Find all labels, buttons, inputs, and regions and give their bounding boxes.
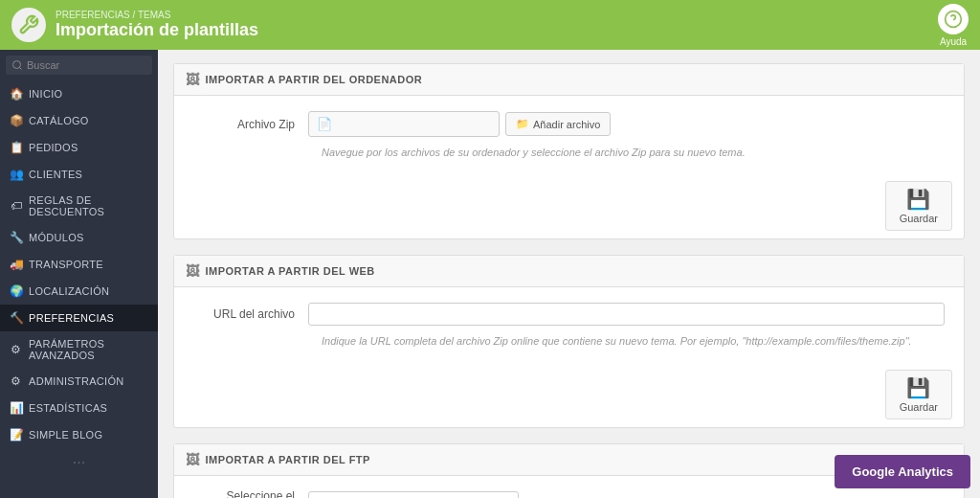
sidebar-item-reglas-descuentos[interactable]: 🏷 REGLAS DE DESCUENTOS bbox=[0, 188, 158, 224]
advanced-icon: ⚙ bbox=[10, 343, 23, 356]
sidebar-item-modulos[interactable]: 🔧 MÓDULOS bbox=[0, 224, 158, 251]
sidebar-item-localizacion[interactable]: 🌍 LOCALIZACIÓN bbox=[0, 278, 158, 305]
google-analytics-button[interactable]: Google Analytics bbox=[835, 455, 970, 488]
svg-point-2 bbox=[13, 61, 21, 69]
sidebar-item-inicio[interactable]: 🏠 INICIO bbox=[0, 80, 158, 107]
help-label: Ayuda bbox=[940, 36, 967, 47]
admin-icon: ⚙ bbox=[10, 374, 23, 388]
floppy-icon: 💾 bbox=[906, 188, 930, 211]
search-bar[interactable] bbox=[6, 56, 152, 75]
ftp-select-wrap[interactable]: - bbox=[308, 491, 945, 498]
sidebar-item-clientes[interactable]: 👥 CLIENTES bbox=[0, 161, 158, 188]
sidebar-item-pedidos[interactable]: 📋 PEDIDOS bbox=[0, 134, 158, 161]
save-computer-button[interactable]: 💾 Guardar bbox=[885, 181, 952, 231]
sidebar-item-transporte[interactable]: 🚚 TRANSPORTE bbox=[0, 251, 158, 278]
sidebar-item-administracion[interactable]: ⚙ ADMINISTRACIÓN bbox=[0, 368, 158, 395]
header-icon bbox=[11, 8, 46, 42]
section-web-body: URL del archivo Indique la URL completa … bbox=[174, 287, 964, 362]
preferences-icon: 🔨 bbox=[10, 311, 23, 325]
clients-icon: 👥 bbox=[10, 168, 23, 181]
sidebar-item-preferencias[interactable]: 🔨 PREFERENCIAS bbox=[0, 305, 158, 331]
main-content: 🖼 IMPORTAR A PARTIR DEL ORDENADOR Archiv… bbox=[158, 50, 980, 498]
search-input[interactable] bbox=[27, 59, 146, 71]
search-icon bbox=[11, 59, 23, 71]
upload-icon: 📁 bbox=[516, 118, 529, 130]
section-from-web: 🖼 IMPORTAR A PARTIR DEL WEB URL del arch… bbox=[173, 255, 965, 428]
zip-label: Archivo Zip bbox=[193, 118, 308, 131]
floppy-icon-web: 💾 bbox=[906, 376, 930, 399]
url-row: URL del archivo bbox=[193, 303, 945, 326]
blog-icon: 📝 bbox=[10, 428, 23, 441]
section-computer-body: Archivo Zip 📄 📁 Añadir archivo Navegue p… bbox=[174, 96, 964, 173]
orders-icon: 📋 bbox=[10, 141, 23, 154]
save-web-wrap: 💾 Guardar bbox=[174, 362, 964, 427]
discounts-icon: 🏷 bbox=[10, 199, 23, 213]
ftp-select-label: Seleccione el archivo bbox=[193, 489, 308, 498]
catalog-icon: 📦 bbox=[10, 114, 23, 127]
modules-icon: 🔧 bbox=[10, 231, 23, 244]
sidebar: 🏠 INICIO 📦 CATÁLOGO 📋 PEDIDOS 👥 CLIENTES… bbox=[0, 50, 158, 498]
doc-icon: 📄 bbox=[317, 117, 332, 131]
zip-file-controls: 📄 📁 Añadir archivo bbox=[308, 111, 945, 137]
ftp-select[interactable]: - bbox=[308, 491, 519, 498]
computer-hint: Navegue por los archivos de su ordenador… bbox=[322, 147, 945, 158]
sidebar-item-catalogo[interactable]: 📦 CATÁLOGO bbox=[0, 107, 158, 134]
ftp-select-row: Seleccione el archivo - bbox=[193, 489, 945, 498]
image-icon: 🖼 bbox=[186, 72, 200, 87]
ftp-image-icon: 🖼 bbox=[186, 452, 200, 467]
sidebar-item-estadisticas[interactable]: 📊 ESTADÍSTICAS bbox=[0, 395, 158, 421]
sidebar-item-simple-blog[interactable]: 📝 SIMPLE BLOG bbox=[0, 421, 158, 448]
transport-icon: 🚚 bbox=[10, 258, 23, 271]
app-header: PREFERENCIAS / TEMAS Importación de plan… bbox=[0, 0, 980, 50]
file-input-display: 📄 bbox=[308, 111, 500, 137]
breadcrumb: PREFERENCIAS / TEMAS bbox=[56, 10, 938, 20]
stats-icon: 📊 bbox=[10, 401, 23, 415]
save-web-button[interactable]: 💾 Guardar bbox=[885, 370, 952, 419]
section-computer-header: 🖼 IMPORTAR A PARTIR DEL ORDENADOR bbox=[174, 64, 964, 96]
help-button[interactable]: Ayuda bbox=[938, 4, 969, 47]
sidebar-more: ··· bbox=[0, 448, 158, 477]
home-icon: 🏠 bbox=[10, 87, 23, 101]
web-image-icon: 🖼 bbox=[186, 263, 200, 279]
help-icon bbox=[938, 4, 969, 34]
url-input-wrap[interactable] bbox=[308, 303, 945, 326]
zip-file-row: Archivo Zip 📄 📁 Añadir archivo bbox=[193, 111, 945, 137]
section-web-header: 🖼 IMPORTAR A PARTIR DEL WEB bbox=[174, 256, 964, 287]
web-hint: Indique la URL completa del archivo Zip … bbox=[322, 335, 945, 347]
section-from-computer: 🖼 IMPORTAR A PARTIR DEL ORDENADOR Archiv… bbox=[173, 63, 965, 239]
url-input[interactable] bbox=[308, 303, 945, 326]
page-title: Importación de plantillas bbox=[56, 20, 938, 40]
url-label: URL del archivo bbox=[193, 307, 308, 321]
add-file-button[interactable]: 📁 Añadir archivo bbox=[505, 112, 611, 136]
header-text: PREFERENCIAS / TEMAS Importación de plan… bbox=[56, 10, 938, 40]
localization-icon: 🌍 bbox=[10, 284, 23, 298]
save-computer-wrap: 💾 Guardar bbox=[174, 173, 964, 238]
sidebar-item-parametros-avanzados[interactable]: ⚙ PARÁMETROS AVANZADOS bbox=[0, 331, 158, 368]
